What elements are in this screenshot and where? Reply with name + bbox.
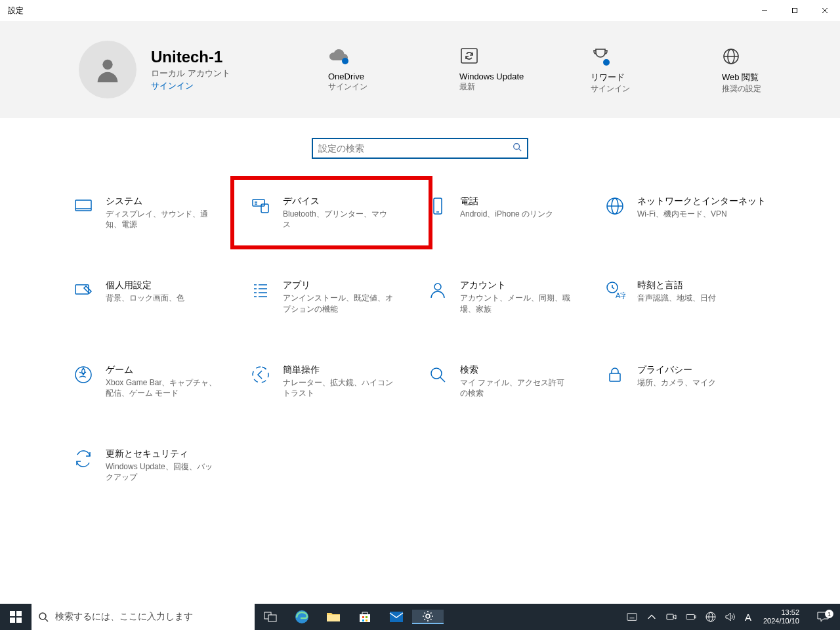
close-button[interactable] [810,0,840,21]
system-icon [73,196,94,217]
accounts-title: アカウント [460,280,572,291]
gaming-desc: Xbox Game Bar、キャプチャ、配信、ゲーム モード [106,377,217,398]
phone-desc: Android、iPhone のリンク [460,209,553,219]
update-sub: 最新 [459,81,532,93]
svg-rect-40 [10,611,15,616]
tray-network-icon[interactable] [703,612,719,622]
update-name: Windows Update [459,72,532,81]
tray-battery-icon[interactable] [683,612,699,622]
phone-icon [427,196,448,217]
taskbar-date: 2024/10/10 [763,617,799,625]
web-icon [722,45,794,68]
rewards-name: リワード [591,72,663,83]
taskbar-search[interactable]: 検索するには、ここに入力します [32,604,255,630]
category-devices[interactable]: デバイスBluetooth、プリンター、マウス [246,192,417,234]
category-time[interactable]: A字 時刻と言語音声認識、地域、日付 [600,276,771,318]
category-phone[interactable]: 電話Android、iPhone のリンク [423,192,594,234]
svg-rect-65 [694,616,696,618]
store-icon[interactable] [349,610,381,623]
svg-rect-49 [327,615,340,621]
svg-rect-57 [627,614,637,621]
svg-rect-53 [362,620,364,621]
time-desc: 音声認識、地域、日付 [637,293,716,303]
search-input[interactable] [318,143,513,154]
updatesec-desc: Windows Update、回復、バックアップ [106,461,217,482]
svg-point-4 [102,60,112,70]
updatesec-title: 更新とセキュリティ [106,448,217,460]
privacy-icon [604,364,625,385]
tray-volume-icon[interactable] [723,612,738,622]
onedrive-sub: サインイン [328,81,400,93]
taskbar-apps [255,604,444,630]
taskview-button[interactable] [255,612,286,622]
category-network[interactable]: ネットワークとインターネットWi-Fi、機内モード、VPN [600,192,771,234]
window-buttons [749,0,840,21]
avatar[interactable] [79,41,136,98]
onedrive-icon [328,45,400,68]
category-privacy[interactable]: プライバシー場所、カメラ、マイク [600,360,771,402]
category-apps[interactable]: アプリアンインストール、既定値、オプションの機能 [246,276,417,318]
svg-point-56 [426,614,430,618]
category-personalize[interactable]: 個人用設定背景、ロック画面、色 [69,276,240,318]
user-icon [93,54,123,85]
tray-ime-indicator[interactable]: A [742,612,754,623]
action-center-button[interactable]: 1 [808,612,837,622]
rewards-tile[interactable]: リワード サインイン [591,45,663,94]
devices-desc: Bluetooth、プリンター、マウス [283,209,394,230]
onedrive-name: OneDrive [328,72,400,81]
search-icon [513,142,522,154]
explorer-icon[interactable] [318,611,349,623]
web-name: Web 閲覧 [722,72,794,83]
category-grid: システムディスプレイ、サウンド、通知、電源 デバイスBluetooth、プリンタ… [69,192,771,487]
titlebar: 設定 [0,0,840,21]
header-band: Unitech-1 ローカル アカウント サインイン OneDrive サインイ… [0,21,840,118]
svg-rect-1 [793,9,797,13]
category-gaming[interactable]: ゲームXbox Game Bar、キャプチャ、配信、ゲーム モード [69,360,240,402]
ease-icon [250,364,271,385]
svg-rect-39 [610,373,620,381]
svg-rect-50 [360,614,370,622]
settings-search[interactable] [312,138,528,159]
taskbar-search-placeholder: 検索するには、ここに入力します [55,611,193,623]
taskbar-clock[interactable]: 13:52 2024/10/10 [758,608,805,625]
svg-rect-42 [10,618,15,623]
search-icon [38,612,49,622]
web-tile[interactable]: Web 閲覧 推奨の設定 [722,45,794,94]
search-cat-desc: マイ ファイル、アクセス許可の検索 [460,377,572,398]
signin-link[interactable]: サインイン [151,80,230,92]
category-updatesec[interactable]: 更新とセキュリティWindows Update、回復、バックアップ [69,444,240,486]
svg-point-7 [603,59,610,66]
maximize-button[interactable] [780,0,810,21]
personalize-icon [73,280,94,301]
network-title: ネットワークとインターネット [637,196,766,207]
svg-rect-43 [16,618,22,623]
onedrive-tile[interactable]: OneDrive サインイン [328,45,400,94]
svg-rect-51 [362,616,364,618]
category-accounts[interactable]: アカウントアカウント、メール、同期、職場、家族 [423,276,594,318]
tray-touchkeyboard-icon[interactable] [624,612,640,622]
category-ease[interactable]: 簡単操作ナレーター、拡大鏡、ハイコントラスト [246,360,417,402]
tray-meetnow-icon[interactable] [663,612,679,622]
svg-point-37 [431,368,442,379]
personalize-title: 個人用設定 [106,280,184,291]
system-title: システム [106,196,217,207]
category-system[interactable]: システムディスプレイ、サウンド、通知、電源 [69,192,240,234]
settings-taskbar-icon[interactable] [412,610,444,624]
svg-rect-52 [366,616,368,618]
personalize-desc: 背景、ロック画面、色 [106,293,184,303]
svg-line-12 [519,149,522,152]
svg-point-5 [342,58,348,64]
devices-icon [250,196,271,217]
edge-icon[interactable] [286,610,318,624]
update-tile[interactable]: Windows Update 最新 [459,45,532,94]
start-button[interactable] [0,604,32,630]
status-tiles: OneDrive サインイン Windows Update 最新 リワード サイ… [328,45,814,94]
minimize-button[interactable] [749,0,780,21]
category-search[interactable]: 検索マイ ファイル、アクセス許可の検索 [423,360,594,402]
tray-chevron-up-icon[interactable] [644,612,660,622]
ease-desc: ナレーター、拡大鏡、ハイコントラスト [283,377,394,398]
privacy-title: プライバシー [637,364,716,376]
mail-icon[interactable] [381,611,412,623]
devices-title: デバイス [283,196,394,207]
svg-rect-6 [461,49,477,63]
